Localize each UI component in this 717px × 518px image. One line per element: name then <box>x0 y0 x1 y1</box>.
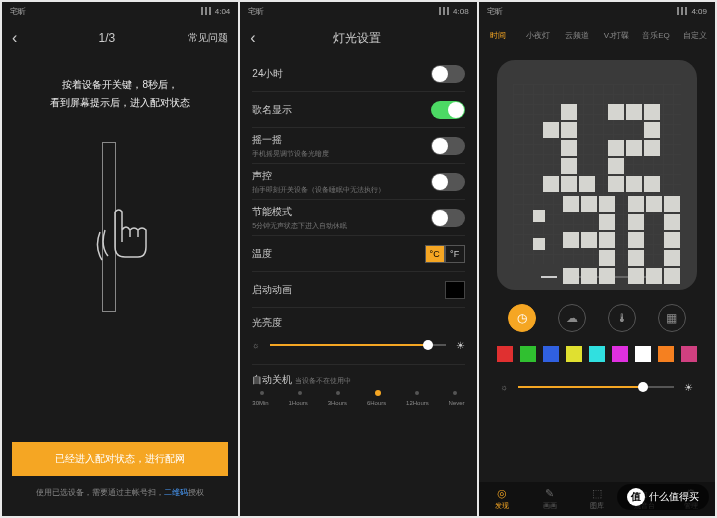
nav-item[interactable]: ✎画画 <box>526 482 573 516</box>
signal-icon <box>439 7 449 15</box>
qr-link[interactable]: 二维码 <box>164 488 188 497</box>
step-indicator: 1/3 <box>25 31 188 45</box>
nav-item[interactable]: ◎发现 <box>479 482 526 516</box>
tab-cloud[interactable]: 云频道 <box>557 20 596 50</box>
instruction-line-1: 按着设备开关键，8秒后， <box>22 76 218 94</box>
mode-tabs: 时间 小夜灯 云频道 VJ打碟 音乐EQ 自定义 <box>479 20 715 50</box>
thermometer-icon[interactable]: 🌡 <box>608 304 636 332</box>
tab-time[interactable]: 时间 <box>479 20 518 50</box>
timer-slider[interactable] <box>260 391 456 396</box>
header: ‹ 1/3 常见问题 <box>2 20 238 56</box>
color-swatch[interactable] <box>566 346 582 362</box>
color-swatch[interactable] <box>658 346 674 362</box>
color-swatch[interactable] <box>543 346 559 362</box>
carrier: 宅昕 <box>248 6 264 17</box>
faq-link[interactable]: 常见问题 <box>188 31 228 45</box>
row-brightness: 光亮度 ☼ ☀ <box>252 308 464 365</box>
signal-icon <box>677 7 687 15</box>
sun-bright-icon: ☀ <box>684 382 693 393</box>
instruction-line-2: 看到屏幕提示后，进入配对状态 <box>22 94 218 112</box>
status-bar: 宅昕 4:09 <box>479 2 715 20</box>
watermark-badge: 值 <box>627 488 645 506</box>
brightness-slider[interactable]: ☼ ☀ <box>501 376 693 398</box>
panel-light-settings: 宅昕 4:08 ‹ 灯光设置 24小时 歌名显示 摇一摇手机摇晃调节设备光暗度 … <box>240 2 476 516</box>
hand-icon <box>90 202 160 282</box>
back-icon[interactable]: ‹ <box>12 29 17 47</box>
back-icon[interactable]: ‹ <box>250 29 255 47</box>
sun-bright-icon: ☀ <box>456 340 465 351</box>
status-bar: 宅昕 4:04 <box>2 2 238 20</box>
pixel-display <box>513 84 681 264</box>
panel-clock-design: 宅昕 4:09 时间 小夜灯 云频道 VJ打碟 音乐EQ 自定义 ◷ ☁ 🌡 ▦… <box>479 2 715 516</box>
toggle-shake[interactable] <box>431 137 465 155</box>
widget-icons: ◷ ☁ 🌡 ▦ <box>497 304 697 332</box>
row-voice: 声控拍手即刻开关设备（设备睡眠中无法执行） <box>252 164 464 200</box>
watermark-text: 什么值得买 <box>649 490 699 504</box>
toggle-song[interactable] <box>431 101 465 119</box>
header: ‹ 灯光设置 <box>240 20 476 56</box>
color-swatch[interactable] <box>635 346 651 362</box>
row-boot-anim[interactable]: 启动动画 <box>252 272 464 308</box>
color-swatch[interactable] <box>681 346 697 362</box>
row-auto-off: 自动关机 当设备不在使用中 30Min 1Hours 3Hours 6Hours… <box>252 365 464 414</box>
status-bar: 宅昕 4:08 <box>240 2 476 20</box>
toggle-eco[interactable] <box>431 209 465 227</box>
row-24h: 24小时 <box>252 56 464 92</box>
clock-preview-card[interactable] <box>497 60 697 290</box>
clock: 4:04 <box>215 7 231 16</box>
signal-icon <box>201 7 211 15</box>
nav-item[interactable]: ⬚图库 <box>573 482 620 516</box>
color-swatch[interactable] <box>520 346 536 362</box>
row-temp: 温度 °C °F <box>252 236 464 272</box>
confirm-pairing-button[interactable]: 已经进入配对状态，进行配网 <box>12 442 228 476</box>
device-illustration <box>70 142 170 312</box>
toggle-voice[interactable] <box>431 173 465 191</box>
tab-eq[interactable]: 音乐EQ <box>636 20 675 50</box>
footer-text: 使用已选设备，需要通过主帐号扫，二维码授权 <box>2 487 238 498</box>
weather-icon[interactable]: ☁ <box>558 304 586 332</box>
carrier: 宅昕 <box>10 6 26 17</box>
row-eco: 节能模式5分钟无声状态下进入自动休眠 <box>252 200 464 236</box>
tab-custom[interactable]: 自定义 <box>676 20 715 50</box>
color-swatch[interactable] <box>612 346 628 362</box>
sun-dim-icon: ☼ <box>501 383 508 392</box>
color-swatch[interactable] <box>589 346 605 362</box>
row-song: 歌名显示 <box>252 92 464 128</box>
page-title: 灯光设置 <box>264 30 451 47</box>
calendar-icon[interactable]: ▦ <box>658 304 686 332</box>
tab-nightlight[interactable]: 小夜灯 <box>518 20 557 50</box>
brightness-slider[interactable] <box>270 344 446 346</box>
toggle-24h[interactable] <box>431 65 465 83</box>
boot-anim-preview <box>445 281 465 299</box>
panel-pairing: 宅昕 4:04 ‹ 1/3 常见问题 按着设备开关键，8秒后， 看到屏幕提示后，… <box>2 2 238 516</box>
row-shake: 摇一摇手机摇晃调节设备光暗度 <box>252 128 464 164</box>
clock: 4:09 <box>691 7 707 16</box>
color-swatch[interactable] <box>497 346 513 362</box>
clock-icon[interactable]: ◷ <box>508 304 536 332</box>
color-palette <box>497 346 697 362</box>
clock: 4:08 <box>453 7 469 16</box>
sun-dim-icon: ☼ <box>252 341 259 350</box>
tab-vj[interactable]: VJ打碟 <box>597 20 636 50</box>
watermark: 值 什么值得买 <box>617 484 709 510</box>
carrier: 宅昕 <box>487 6 503 17</box>
temp-unit-toggle[interactable]: °C °F <box>425 245 465 263</box>
